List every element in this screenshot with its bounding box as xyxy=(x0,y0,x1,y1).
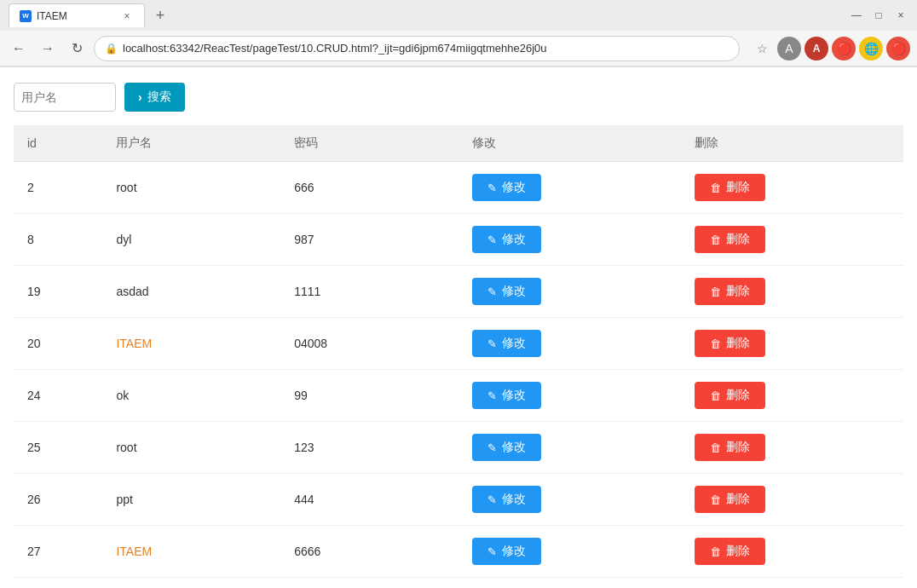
data-table: id 用户名 密码 修改 删除 2root666✎修改🗑删除8dyl987✎修改… xyxy=(14,125,903,578)
pencil-icon: ✎ xyxy=(487,441,497,454)
trash-icon: 🗑 xyxy=(710,493,721,506)
cell-username: root xyxy=(102,422,280,474)
cell-delete: 🗑删除 xyxy=(681,266,903,318)
search-button-label: 搜索 xyxy=(147,89,171,105)
cell-username: ITAEM xyxy=(102,526,280,578)
ext-icon-1[interactable]: A xyxy=(805,37,828,61)
tab-favicon: W xyxy=(20,10,32,22)
delete-label: 删除 xyxy=(726,440,750,455)
tab-title: ITAEM xyxy=(37,10,113,22)
account-icon[interactable]: A xyxy=(777,37,801,61)
cell-password: 666 xyxy=(280,162,458,214)
edit-label: 修改 xyxy=(502,284,526,299)
search-button[interactable]: 搜索 xyxy=(124,83,185,112)
pencil-icon: ✎ xyxy=(487,233,497,246)
bottom-bar: 添加 xyxy=(14,578,903,588)
delete-button[interactable]: 🗑删除 xyxy=(695,486,765,513)
cell-password: 987 xyxy=(280,214,458,266)
tab-close-button[interactable]: × xyxy=(120,9,134,23)
edit-label: 修改 xyxy=(502,180,526,195)
cell-id: 20 xyxy=(14,318,102,370)
search-input[interactable] xyxy=(14,83,116,112)
edit-label: 修改 xyxy=(502,440,526,455)
table-row: 20ITAEM04008✎修改🗑删除 xyxy=(14,318,903,370)
new-tab-button[interactable]: + xyxy=(148,3,172,27)
edit-label: 修改 xyxy=(502,492,526,507)
cell-password: 04008 xyxy=(280,318,458,370)
edit-label: 修改 xyxy=(502,388,526,403)
cell-username: ok xyxy=(102,370,280,422)
cell-password: 6666 xyxy=(280,526,458,578)
col-header-delete: 删除 xyxy=(681,125,903,162)
ext-icon-4[interactable]: 🔴 xyxy=(886,37,910,61)
edit-label: 修改 xyxy=(502,232,526,247)
address-text: localhost:63342/ReacTest/pageTest/10.CRU… xyxy=(123,42,729,55)
browser-tab[interactable]: W ITAEM × xyxy=(9,3,145,27)
pencil-icon: ✎ xyxy=(487,337,497,350)
delete-button[interactable]: 🗑删除 xyxy=(695,538,765,565)
cell-delete: 🗑删除 xyxy=(681,318,903,370)
cell-id: 2 xyxy=(14,162,102,214)
trash-icon: 🗑 xyxy=(710,285,721,298)
table-row: 24ok99✎修改🗑删除 xyxy=(14,370,903,422)
cell-id: 8 xyxy=(14,214,102,266)
app-content: 搜索 id 用户名 密码 修改 删除 2root666✎修改🗑删除8dyl987… xyxy=(0,67,917,588)
col-header-edit: 修改 xyxy=(458,125,681,162)
cell-username: root xyxy=(102,162,280,214)
close-window-button[interactable]: × xyxy=(893,8,908,23)
delete-button[interactable]: 🗑删除 xyxy=(695,226,765,253)
edit-label: 修改 xyxy=(502,544,526,559)
address-bar[interactable]: 🔒 localhost:63342/ReacTest/pageTest/10.C… xyxy=(94,36,740,61)
edit-button[interactable]: ✎修改 xyxy=(472,278,541,305)
col-header-username: 用户名 xyxy=(102,125,280,162)
table-row: 25root123✎修改🗑删除 xyxy=(14,422,903,474)
minimize-button[interactable]: — xyxy=(849,8,864,23)
delete-button[interactable]: 🗑删除 xyxy=(695,382,765,409)
ext-icon-3[interactable]: 🌐 xyxy=(859,37,883,61)
reload-button[interactable]: ↻ xyxy=(65,37,89,61)
trash-icon: 🗑 xyxy=(710,182,721,194)
edit-button[interactable]: ✎修改 xyxy=(472,174,541,201)
trash-icon: 🗑 xyxy=(710,233,721,246)
edit-button[interactable]: ✎修改 xyxy=(472,226,541,253)
table-body: 2root666✎修改🗑删除8dyl987✎修改🗑删除19asdad1111✎修… xyxy=(14,162,903,578)
delete-button[interactable]: 🗑删除 xyxy=(695,434,765,461)
ext-icon-2[interactable]: 🔴 xyxy=(832,37,856,61)
forward-button[interactable]: → xyxy=(36,37,60,61)
edit-button[interactable]: ✎修改 xyxy=(472,538,541,565)
cell-delete: 🗑删除 xyxy=(681,422,903,474)
trash-icon: 🗑 xyxy=(710,441,721,454)
cell-delete: 🗑删除 xyxy=(681,474,903,526)
back-button[interactable]: ← xyxy=(7,37,31,61)
edit-label: 修改 xyxy=(502,336,526,351)
pencil-icon: ✎ xyxy=(487,545,497,558)
trash-icon: 🗑 xyxy=(710,337,721,350)
delete-button[interactable]: 🗑删除 xyxy=(695,330,765,357)
delete-button[interactable]: 🗑删除 xyxy=(695,174,765,201)
cell-id: 27 xyxy=(14,526,102,578)
delete-label: 删除 xyxy=(726,492,750,507)
table-row: 2root666✎修改🗑删除 xyxy=(14,162,903,214)
delete-label: 删除 xyxy=(726,180,750,195)
search-bar: 搜索 xyxy=(14,76,903,125)
cell-password: 123 xyxy=(280,422,458,474)
table-header: id 用户名 密码 修改 删除 xyxy=(14,125,903,162)
edit-button[interactable]: ✎修改 xyxy=(472,486,541,513)
bookmark-icon[interactable]: ☆ xyxy=(752,38,772,59)
cell-password: 1111 xyxy=(280,266,458,318)
edit-button[interactable]: ✎修改 xyxy=(472,330,541,357)
table-row: 27ITAEM6666✎修改🗑删除 xyxy=(14,526,903,578)
cell-password: 444 xyxy=(280,474,458,526)
edit-button[interactable]: ✎修改 xyxy=(472,382,541,409)
col-header-password: 密码 xyxy=(280,125,458,162)
cell-id: 19 xyxy=(14,266,102,318)
delete-button[interactable]: 🗑删除 xyxy=(695,278,765,305)
pencil-icon: ✎ xyxy=(487,493,497,506)
delete-label: 删除 xyxy=(726,284,750,299)
cell-delete: 🗑删除 xyxy=(681,214,903,266)
delete-label: 删除 xyxy=(726,336,750,351)
edit-button[interactable]: ✎修改 xyxy=(472,434,541,461)
lock-icon: 🔒 xyxy=(105,43,118,55)
cell-delete: 🗑删除 xyxy=(681,162,903,214)
maximize-button[interactable]: □ xyxy=(871,8,886,23)
